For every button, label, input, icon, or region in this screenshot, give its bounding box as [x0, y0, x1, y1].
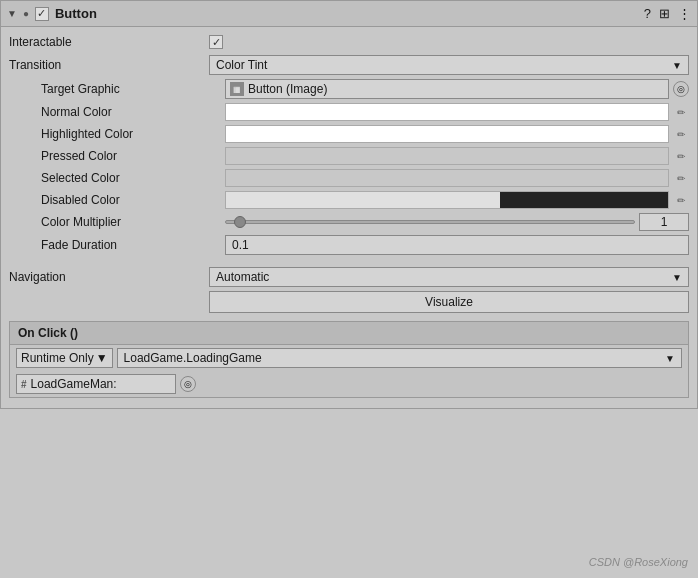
fold-arrow[interactable]: ▼: [7, 8, 17, 19]
active-dot: ●: [23, 8, 29, 19]
navigation-dropdown[interactable]: Automatic ▼: [209, 267, 689, 287]
fade-duration-input[interactable]: 0.1: [225, 235, 689, 255]
disabled-color-edit-icon[interactable]: ✏: [673, 192, 689, 208]
highlighted-color-white: [226, 126, 668, 142]
fade-duration-row: Fade Duration 0.1: [1, 233, 697, 257]
navigation-field: Automatic ▼: [209, 267, 689, 287]
normal-color-field: ✏: [225, 103, 689, 121]
on-click-section: On Click () Runtime Only ▼ LoadGame.Load…: [9, 321, 689, 398]
pressed-color-fill: [226, 148, 668, 164]
runtime-only-label: Runtime Only: [21, 351, 94, 365]
color-multiplier-thumb[interactable]: [234, 216, 246, 228]
selected-color-field: ✏: [225, 169, 689, 187]
disabled-color-dark: [500, 192, 668, 208]
navigation-row: Navigation Automatic ▼: [1, 265, 697, 289]
navigation-dropdown-arrow: ▼: [672, 272, 682, 283]
highlighted-color-field: ✏: [225, 125, 689, 143]
highlighted-color-swatch[interactable]: [225, 125, 669, 143]
highlighted-color-edit-icon[interactable]: ✏: [673, 126, 689, 142]
selected-color-row: Selected Color ✏: [1, 167, 697, 189]
on-click-object-row: # LoadGameMan: ◎: [10, 371, 688, 397]
color-multiplier-track[interactable]: [225, 220, 635, 224]
component-title: Button: [55, 6, 638, 21]
disabled-color-field: ✏: [225, 191, 689, 209]
normal-color-swatch[interactable]: [225, 103, 669, 121]
pressed-color-row: Pressed Color ✏: [1, 145, 697, 167]
function-value: LoadGame.LoadingGame: [124, 351, 262, 365]
target-graphic-row: Target Graphic ▦ Button (Image) ◎: [1, 77, 697, 101]
navigation-label: Navigation: [9, 270, 209, 284]
component-content: Interactable Transition Color Tint ▼ Tar…: [1, 27, 697, 408]
function-dropdown-arrow: ▼: [665, 353, 675, 364]
target-graphic-picker[interactable]: ◎: [673, 81, 689, 97]
target-graphic-field: ▦ Button (Image) ◎: [225, 79, 689, 99]
more-icon[interactable]: ⋮: [678, 6, 691, 21]
object-value: LoadGameMan:: [31, 377, 117, 391]
transition-dropdown-arrow: ▼: [672, 60, 682, 71]
disabled-color-label: Disabled Color: [25, 193, 225, 207]
pressed-color-swatch[interactable]: [225, 147, 669, 165]
runtime-only-dropdown[interactable]: Runtime Only ▼: [16, 348, 113, 368]
help-icon[interactable]: ?: [644, 6, 651, 21]
header-icons: ? ⊞ ⋮: [644, 6, 691, 21]
visualize-button[interactable]: Visualize: [209, 291, 689, 313]
visualize-field: Visualize: [209, 291, 689, 313]
transition-field: Color Tint ▼: [209, 55, 689, 75]
normal-color-label: Normal Color: [25, 105, 225, 119]
navigation-value: Automatic: [216, 270, 269, 284]
selected-color-fill: [226, 170, 668, 186]
transition-value: Color Tint: [216, 58, 267, 72]
on-click-header: On Click (): [10, 322, 688, 345]
interactable-label: Interactable: [9, 35, 209, 49]
component-enabled-checkbox[interactable]: [35, 7, 49, 21]
component-header: ▼ ● Button ? ⊞ ⋮: [1, 1, 697, 27]
on-click-object-field[interactable]: # LoadGameMan:: [16, 374, 176, 394]
transition-row: Transition Color Tint ▼: [1, 53, 697, 77]
color-multiplier-value[interactable]: 1: [639, 213, 689, 231]
color-multiplier-row: Color Multiplier 1: [1, 211, 697, 233]
target-graphic-value: Button (Image): [248, 82, 327, 96]
pressed-color-label: Pressed Color: [25, 149, 225, 163]
target-graphic-label: Target Graphic: [25, 82, 225, 96]
object-picker-btn[interactable]: ◎: [180, 376, 196, 392]
hash-icon: #: [21, 379, 27, 390]
runtime-only-arrow: ▼: [96, 351, 108, 365]
settings-icon[interactable]: ⊞: [659, 6, 670, 21]
pressed-color-edit-icon[interactable]: ✏: [673, 148, 689, 164]
fade-duration-label: Fade Duration: [25, 238, 225, 252]
target-graphic-object[interactable]: ▦ Button (Image): [225, 79, 669, 99]
button-component-panel: ▼ ● Button ? ⊞ ⋮ Interactable Transition…: [0, 0, 698, 409]
visualize-row: Visualize: [1, 289, 697, 315]
pressed-color-field: ✏: [225, 147, 689, 165]
transition-dropdown[interactable]: Color Tint ▼: [209, 55, 689, 75]
color-multiplier-slider-container: 1: [225, 213, 689, 231]
disabled-color-row: Disabled Color ✏: [1, 189, 697, 211]
normal-color-row: Normal Color ✏: [1, 101, 697, 123]
normal-color-white: [226, 104, 668, 120]
interactable-checkbox[interactable]: [209, 35, 223, 49]
highlighted-color-label: Highlighted Color: [25, 127, 225, 141]
fade-duration-field: 0.1: [225, 235, 689, 255]
normal-color-edit-icon[interactable]: ✏: [673, 104, 689, 120]
color-multiplier-label: Color Multiplier: [25, 215, 225, 229]
selected-color-swatch[interactable]: [225, 169, 669, 187]
color-multiplier-field: 1: [225, 213, 689, 231]
interactable-field: [209, 35, 689, 49]
selected-color-edit-icon[interactable]: ✏: [673, 170, 689, 186]
object-icon: ▦: [230, 82, 244, 96]
watermark: CSDN @RoseXiong: [589, 556, 688, 568]
disabled-color-fill: [226, 192, 668, 208]
function-dropdown[interactable]: LoadGame.LoadingGame ▼: [117, 348, 682, 368]
transition-label: Transition: [9, 58, 209, 72]
on-click-controls-row: Runtime Only ▼ LoadGame.LoadingGame ▼: [10, 345, 688, 371]
interactable-row: Interactable: [1, 31, 697, 53]
selected-color-label: Selected Color: [25, 171, 225, 185]
disabled-color-swatch[interactable]: [225, 191, 669, 209]
highlighted-color-row: Highlighted Color ✏: [1, 123, 697, 145]
